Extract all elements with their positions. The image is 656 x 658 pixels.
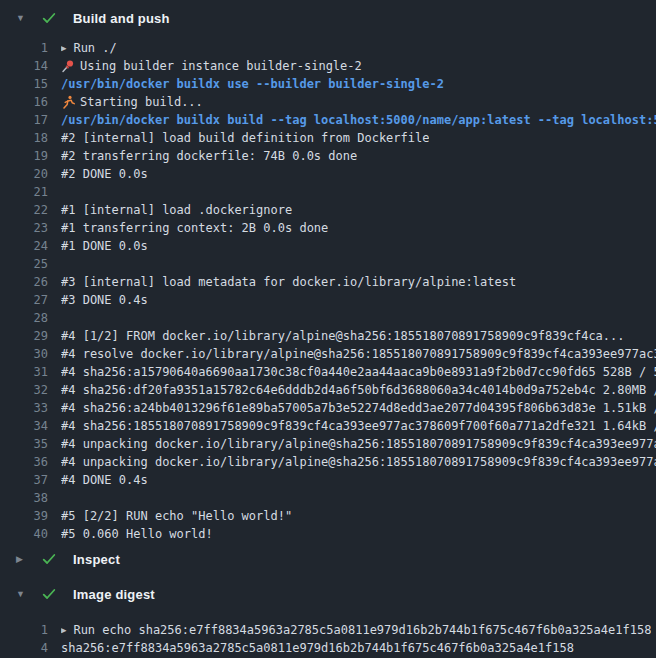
log-line-content: Using builder instance builder-single-2 (61, 57, 362, 75)
line-number[interactable]: 19 (0, 147, 48, 165)
log-line-content: #1 DONE 0.0s (61, 237, 148, 255)
line-number[interactable]: 30 (0, 345, 48, 363)
log-line: 28 (0, 309, 656, 327)
log-line: 27#3 DONE 0.4s (0, 291, 656, 309)
log-lines-image-digest: 1▶Run echo sha256:e7ff8834a5963a2785c5a0… (0, 609, 656, 657)
line-number[interactable]: 28 (0, 309, 48, 327)
section-title: Build and push (73, 11, 170, 26)
line-number[interactable]: 21 (0, 183, 48, 201)
log-text: #4 sha256:185518070891758909c9f839cf4ca3… (61, 417, 656, 435)
log-line-content: /usr/bin/docker buildx build --tag local… (61, 111, 656, 129)
log-text: Starting build... (80, 93, 203, 111)
runner-icon (61, 95, 76, 109)
log-line-content: #4 DONE 0.4s (61, 471, 148, 489)
log-line-content: #1 [internal] load .dockerignore (61, 201, 292, 219)
section-header-inspect[interactable]: ▶Inspect (0, 543, 656, 575)
log-line: 33#4 sha256:a24bb4013296f61e89ba57005a7b… (0, 399, 656, 417)
log-line: 31#4 sha256:a15790640a6690aa1730c38cf0a4… (0, 363, 656, 381)
line-number[interactable]: 40 (0, 525, 48, 543)
log-line-content: #4 resolve docker.io/library/alpine@sha2… (61, 345, 656, 363)
log-line-content: #5 [2/2] RUN echo "Hello world!" (61, 507, 292, 525)
line-number[interactable]: 24 (0, 237, 48, 255)
log-line: 19#2 transferring dockerfile: 74B 0.0s d… (0, 147, 656, 165)
log-line-content: #4 [1/2] FROM docker.io/library/alpine@s… (61, 327, 625, 345)
log-line: 34#4 sha256:185518070891758909c9f839cf4c… (0, 417, 656, 435)
log-text: #4 DONE 0.4s (61, 471, 148, 489)
log-line: 14Using builder instance builder-single-… (0, 57, 656, 75)
log-line: 1▶Run echo sha256:e7ff8834a5963a2785c5a0… (0, 621, 656, 639)
log-line-content: #4 unpacking docker.io/library/alpine@sh… (61, 453, 656, 471)
line-number[interactable]: 23 (0, 219, 48, 237)
log-line-content: #5 0.060 Hello world! (61, 525, 213, 543)
log-line: 22#1 [internal] load .dockerignore (0, 201, 656, 219)
line-number[interactable]: 38 (0, 489, 48, 507)
line-number[interactable]: 39 (0, 507, 48, 525)
success-check-icon (41, 586, 57, 602)
log-line-content: ▶Run echo sha256:e7ff8834a5963a2785c5a08… (61, 621, 651, 639)
line-number[interactable]: 34 (0, 417, 48, 435)
log-text: Run echo sha256:e7ff8834a5963a2785c5a081… (73, 621, 651, 639)
log-line-content: #2 [internal] load build definition from… (61, 129, 429, 147)
line-number[interactable]: 14 (0, 57, 48, 75)
log-line: 23#1 transferring context: 2B 0.0s done (0, 219, 656, 237)
log-line: 26#3 [internal] load metadata for docker… (0, 273, 656, 291)
line-number[interactable]: 16 (0, 93, 48, 111)
chevron-down-icon[interactable]: ▼ (16, 14, 29, 23)
log-text: #4 unpacking docker.io/library/alpine@sh… (61, 435, 656, 453)
line-number[interactable]: 26 (0, 273, 48, 291)
line-number[interactable]: 20 (0, 165, 48, 183)
log-line: 39#5 [2/2] RUN echo "Hello world!" (0, 507, 656, 525)
log-lines-build-and-push: 1▶Run ./14Using builder instance builder… (0, 36, 656, 543)
section-title: Inspect (73, 552, 120, 567)
log-text: Run ./ (73, 39, 116, 57)
log-line-content: #3 DONE 0.4s (61, 291, 148, 309)
log-line-content: #3 [internal] load metadata for docker.i… (61, 273, 516, 291)
log-line: 30#4 resolve docker.io/library/alpine@sh… (0, 345, 656, 363)
line-number[interactable]: 29 (0, 327, 48, 345)
log-line-content: ▶Run ./ (61, 39, 117, 57)
line-number[interactable]: 31 (0, 363, 48, 381)
log-text: #2 transferring dockerfile: 74B 0.0s don… (61, 147, 357, 165)
section-header-image-digest[interactable]: ▼Image digest (0, 579, 656, 609)
log-text: #3 DONE 0.4s (61, 291, 148, 309)
log-line: 35#4 unpacking docker.io/library/alpine@… (0, 435, 656, 453)
log-text: #2 [internal] load build definition from… (61, 129, 429, 147)
line-number[interactable]: 4 (0, 639, 48, 657)
line-number[interactable]: 25 (0, 255, 48, 273)
line-number[interactable]: 37 (0, 471, 48, 489)
line-number[interactable]: 35 (0, 435, 48, 453)
group-expand-icon[interactable]: ▶ (61, 621, 66, 639)
log-line: 18#2 [internal] load build definition fr… (0, 129, 656, 147)
log-line-content: Starting build... (61, 93, 203, 111)
section-header-build-and-push[interactable]: ▼Build and push (0, 0, 656, 36)
log-line: 4sha256:e7ff8834a5963a2785c5a0811e979d16… (0, 639, 656, 657)
log-line-content: #1 transferring context: 2B 0.0s done (61, 219, 328, 237)
line-number[interactable]: 32 (0, 381, 48, 399)
chevron-down-icon[interactable]: ▼ (16, 590, 29, 599)
line-number[interactable]: 1 (0, 39, 48, 57)
log-text: #4 [1/2] FROM docker.io/library/alpine@s… (61, 327, 625, 345)
log-line: 21 (0, 183, 656, 201)
log-line: 20#2 DONE 0.0s (0, 165, 656, 183)
success-check-icon (41, 10, 57, 26)
log-line: 37#4 DONE 0.4s (0, 471, 656, 489)
line-number[interactable]: 33 (0, 399, 48, 417)
line-number[interactable]: 18 (0, 129, 48, 147)
log-line: 17/usr/bin/docker buildx build --tag loc… (0, 111, 656, 129)
workflow-log-viewer: ▼Build and push1▶Run ./14Using builder i… (0, 0, 656, 658)
group-expand-icon[interactable]: ▶ (61, 39, 66, 57)
log-line-content: #4 unpacking docker.io/library/alpine@sh… (61, 435, 656, 453)
log-line-content: #4 sha256:a15790640a6690aa1730c38cf0a440… (61, 363, 656, 381)
log-line: 36#4 unpacking docker.io/library/alpine@… (0, 453, 656, 471)
line-number[interactable]: 27 (0, 291, 48, 309)
line-number[interactable]: 15 (0, 75, 48, 93)
line-number[interactable]: 17 (0, 111, 48, 129)
line-number[interactable]: 1 (0, 621, 48, 639)
log-line: 29#4 [1/2] FROM docker.io/library/alpine… (0, 327, 656, 345)
chevron-right-icon[interactable]: ▶ (16, 555, 29, 564)
log-text: #4 sha256:a15790640a6690aa1730c38cf0a440… (61, 363, 656, 381)
log-line-content: #2 DONE 0.0s (61, 165, 148, 183)
line-number[interactable]: 22 (0, 201, 48, 219)
log-line-content: #4 sha256:df20fa9351a15782c64e6dddb2d4a6… (61, 381, 656, 399)
line-number[interactable]: 36 (0, 453, 48, 471)
